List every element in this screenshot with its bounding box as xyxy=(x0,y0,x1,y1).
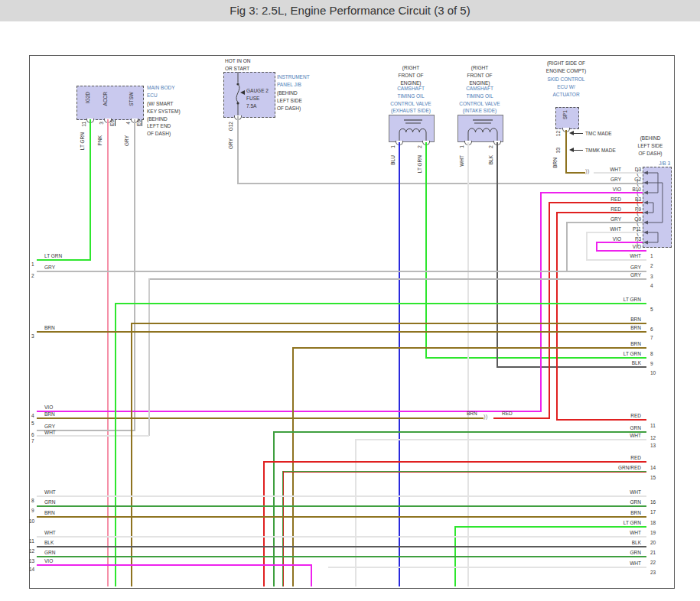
ecu-wire-color-label: LT GRN xyxy=(80,132,86,150)
tmc-arrow-line xyxy=(574,133,583,134)
exhaust-wire-color-label: BLU xyxy=(391,155,396,165)
wire-brn-d3 xyxy=(565,172,585,174)
left-row-color: GRY xyxy=(44,264,55,271)
right-row-color: WHT xyxy=(603,560,641,567)
right-row-number: 14 xyxy=(650,464,656,472)
wire-left-row-2-right-row-3 xyxy=(37,271,646,272)
wire-vio-b10-v xyxy=(540,192,542,412)
wire-left-row-12-right-row-21 xyxy=(37,546,646,547)
ecu-location-label: (W/ SMART KEY SYSTEM) (BEHIND LEFT END O… xyxy=(147,100,181,138)
wire-ltgrn-ecu xyxy=(90,119,91,260)
wire-vio-row14-v xyxy=(311,564,312,586)
tmmk-made-note: TMMK MADE xyxy=(585,147,616,154)
wire-blk-intake xyxy=(497,142,498,368)
right-row-number: 6 xyxy=(650,326,653,333)
left-row-color: BRN xyxy=(44,411,55,418)
ecu-connector-ref: E6 xyxy=(110,120,116,126)
skid-connector-label: SP1 xyxy=(563,110,568,119)
fuse-name-label: GAUGE 2 FUSE 7.5A xyxy=(246,87,269,109)
ecu-pin-label: ACCR xyxy=(103,92,109,106)
right-row-number: 8 xyxy=(650,350,653,358)
wire-right-row-15 xyxy=(282,471,646,473)
wire-left-row-9-right-row-17 xyxy=(37,505,646,507)
wire-ltgrn-exhaust xyxy=(425,142,427,359)
right-row-number: 4 xyxy=(650,282,653,290)
intake-valve-location: (RIGHT FRONT OF ENGINE) xyxy=(455,64,504,86)
splice-icon: )) xyxy=(585,168,589,174)
wire-wht-intake xyxy=(467,142,469,586)
intake-solenoid-icon xyxy=(457,115,502,141)
wire-wht-p11 xyxy=(586,232,643,233)
right-row-color: GRN xyxy=(603,549,641,557)
right-row-color: VIO xyxy=(603,243,641,251)
splice-brn-label: BRN xyxy=(467,410,477,417)
wire-gry-q9 xyxy=(566,222,643,223)
wire-left-row-5 xyxy=(37,417,483,419)
wire-gry-g2 xyxy=(237,183,643,184)
wire-left-row-8-right-row-16 xyxy=(37,495,646,497)
wire-red-p9-v xyxy=(556,212,558,421)
wire-red-splice xyxy=(493,417,550,419)
right-row-number: 13 xyxy=(650,442,656,450)
ecu-pin-label: STSW xyxy=(129,92,135,106)
ecu-pin-number: 11 xyxy=(82,122,87,127)
wire-left-row-11-right-row-20 xyxy=(37,536,646,538)
exhaust-valve-location: (RIGHT FRONT OF ENGINE) xyxy=(386,64,435,86)
jb3-location: (BEHIND LEFT SIDE OF DASH) xyxy=(627,135,673,157)
left-row-color: WHT xyxy=(44,429,56,437)
left-row-color: GRN xyxy=(44,549,55,557)
skid-ecu-name: SKID CONTROL ECU W/ ACTUATOR xyxy=(540,76,592,98)
wire-right-row-14 xyxy=(263,461,646,463)
left-row-number: 14 xyxy=(29,566,34,573)
left-row-color: VIO xyxy=(44,557,53,565)
wire-gry-row4-v xyxy=(148,278,150,436)
right-row-number: 5 xyxy=(650,306,653,313)
left-row-number: 1 xyxy=(31,261,34,268)
right-row-color: BLK xyxy=(603,539,641,547)
splice-red-label: RED xyxy=(502,410,513,417)
right-row-color: GRY xyxy=(603,271,641,279)
right-row-number: 19 xyxy=(650,529,656,537)
intake-pin-number: 2 xyxy=(489,145,494,148)
fuse-power-label: HOT IN ON OR START xyxy=(225,57,250,73)
wire-wht-p11-v xyxy=(586,232,588,260)
left-row-color: GRN xyxy=(44,499,55,506)
right-row-color: WHT xyxy=(603,252,641,260)
left-row-number: 3 xyxy=(31,333,34,340)
wire-vio-b10 xyxy=(540,192,643,193)
right-row-number: 22 xyxy=(650,559,656,567)
wire-left-row-4 xyxy=(37,411,542,412)
right-row-color: LT GRN xyxy=(603,296,641,304)
wire-right-row-4 xyxy=(148,278,646,280)
ecu-pin-label: IG2D xyxy=(86,92,91,103)
wire-left-row-10-right-row-18 xyxy=(37,516,646,518)
tmmk-arrow-line xyxy=(574,150,583,151)
wire-right-row-23 xyxy=(328,567,646,568)
right-row-color: RED xyxy=(603,412,641,420)
right-row-color: RED xyxy=(603,454,641,462)
wire-red-b3-v xyxy=(549,202,550,419)
right-row-color: BRN xyxy=(603,324,641,332)
skid-wire-color-label: BRN xyxy=(553,158,558,168)
exhaust-pin-number: 2 xyxy=(418,145,423,148)
left-row-color: BRN xyxy=(44,324,55,332)
wire-left-row-14 xyxy=(37,564,312,566)
wire-gry-fuse xyxy=(237,116,239,184)
left-row-color: BRN xyxy=(44,509,55,517)
wire-blu-exhaust xyxy=(399,142,400,586)
skid-pin-number: 33 xyxy=(556,148,562,153)
right-row-color: GRN xyxy=(603,424,641,432)
ecu-wire-color-label: PNK xyxy=(98,135,103,145)
instrument-panel-jb-location: (BEHIND LEFT SIDE OF DASH) xyxy=(277,89,302,112)
wire-right-row-8 xyxy=(292,347,646,349)
right-row-number: 12 xyxy=(650,434,656,442)
right-row-color: GRY xyxy=(603,264,641,271)
intake-wire-color-label: WHT xyxy=(460,155,465,167)
right-row-number: 2 xyxy=(650,262,653,270)
wire-right-row-5 xyxy=(115,303,646,304)
left-row-number: 2 xyxy=(31,272,34,280)
wire-right-row-12 xyxy=(273,431,646,433)
left-row-number: 11 xyxy=(29,538,34,545)
wire-left-row-3-right-row-7 xyxy=(37,331,646,333)
fuse-pin-ref: G12 xyxy=(229,122,234,131)
